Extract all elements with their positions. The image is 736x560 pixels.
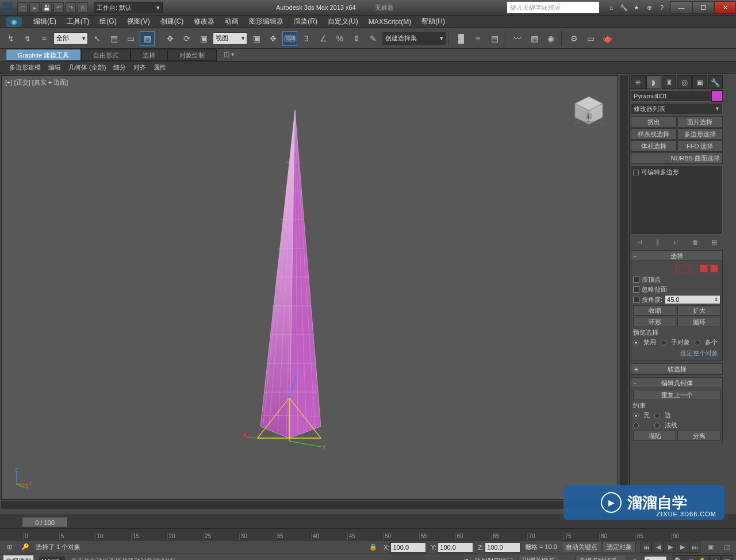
coord-x-input[interactable] xyxy=(390,542,426,553)
render-setup-icon[interactable]: ⚙ xyxy=(566,31,581,46)
search-input[interactable]: 键入关键字或短语 xyxy=(507,2,599,13)
globe-icon[interactable]: ⊕ xyxy=(644,2,654,13)
spline-select-button[interactable]: 样条线选择 xyxy=(631,128,677,140)
render-frame-icon[interactable]: ▭ xyxy=(583,31,598,46)
border-subobj-icon[interactable] xyxy=(689,264,697,273)
ring-button[interactable]: 环形 xyxy=(633,317,676,327)
open-icon[interactable]: ▸ xyxy=(29,2,40,13)
modifier-stack-item[interactable]: 可编辑多边形 xyxy=(633,168,720,177)
menu-edit[interactable]: 编辑(E) xyxy=(29,16,61,28)
tab-object-paint[interactable]: 对象绘制 xyxy=(167,49,217,61)
layers-icon[interactable]: ▤ xyxy=(487,31,502,46)
modifier-list-dropdown[interactable]: 修改器列表 xyxy=(631,103,723,114)
preview-subobj-radio[interactable] xyxy=(661,340,666,346)
vertex-subobj-icon[interactable] xyxy=(669,264,677,273)
panel-geometry-all[interactable]: 几何体 (全部) xyxy=(65,62,109,73)
viewport[interactable]: [+] [正交] [真实 + 边面] xyxy=(1,75,618,500)
collapse-button[interactable]: 塌陷 xyxy=(633,431,676,441)
angle-snap-icon[interactable]: ∠ xyxy=(316,31,331,46)
rollout-edit-geom-header[interactable]: -编辑几何体 xyxy=(631,378,722,388)
unlink-icon[interactable]: ↯ xyxy=(20,31,35,46)
loop-button[interactable]: 循环 xyxy=(677,317,720,327)
selection-filter-dropdown[interactable]: 全部 xyxy=(53,32,88,45)
preview-multi-radio[interactable] xyxy=(695,340,700,346)
schematic-icon[interactable]: ▦ xyxy=(527,31,542,46)
coord-z-input[interactable] xyxy=(485,542,520,553)
panel-edit[interactable]: 编辑 xyxy=(45,62,64,73)
lock-selection-icon[interactable]: 🔒 xyxy=(367,542,379,553)
save-icon[interactable]: 💾 xyxy=(41,2,52,13)
link-icon[interactable]: ⎙ xyxy=(78,2,88,13)
add-time-tag-label[interactable]: 添加时间标记 xyxy=(475,557,513,560)
zoom-all-icon[interactable]: ⊞ xyxy=(685,555,696,561)
menu-modifiers[interactable]: 修改器 xyxy=(189,16,219,28)
menu-group[interactable]: 组(G) xyxy=(95,16,121,28)
tab-graphite[interactable]: Graphite 建模工具 xyxy=(6,49,81,61)
remove-modifier-icon[interactable]: 🗑 xyxy=(687,236,704,248)
time-tag-icon[interactable]: ◔ xyxy=(463,557,469,560)
rotate-icon[interactable]: ⟳ xyxy=(179,31,194,46)
tab-freeform[interactable]: 自由形式 xyxy=(81,49,131,61)
move-icon[interactable]: ✥ xyxy=(163,31,178,46)
tab-motion-icon[interactable]: ◎ xyxy=(677,75,692,89)
key-icon[interactable]: 🔧 xyxy=(619,2,629,13)
percent-snap-icon[interactable]: % xyxy=(332,31,347,46)
nurbs-surf-select-button[interactable]: NURBS 曲面选择 xyxy=(631,152,723,164)
panel-subdivision[interactable]: 细分 xyxy=(110,62,129,73)
by-angle-checkbox[interactable] xyxy=(633,297,639,303)
viewcube-icon[interactable]: 前 xyxy=(572,93,606,128)
key-filters-button[interactable]: 关键点过滤器... xyxy=(575,555,626,560)
spinner-snap-icon[interactable]: ⇕ xyxy=(349,31,364,46)
orbit-icon[interactable]: ⭯ xyxy=(709,555,720,561)
star-icon[interactable]: ★ xyxy=(631,2,642,13)
tab-utilities-icon[interactable]: 🔧 xyxy=(708,75,723,89)
rollout-soft-header[interactable]: +软选择 xyxy=(631,364,722,374)
viewport-scrollbar-v[interactable] xyxy=(620,75,628,501)
filter-key-icon[interactable]: ⊞ xyxy=(3,542,15,553)
poly-select-button[interactable]: 多边形选择 xyxy=(677,128,723,140)
scale-icon[interactable]: ▣ xyxy=(196,31,211,46)
angle-spinner[interactable]: 45.0 xyxy=(665,295,720,304)
select-by-name-icon[interactable]: ▤ xyxy=(106,31,121,46)
panel-poly-modeling[interactable]: 多边形建模 xyxy=(6,62,44,73)
workspace-dropdown[interactable]: 工作台: 默认 xyxy=(94,2,163,13)
rect-region-icon[interactable]: ▭ xyxy=(123,31,138,46)
bind-icon[interactable]: ≈ xyxy=(37,31,52,46)
new-icon[interactable]: ▢ xyxy=(17,2,28,13)
edit-named-selection-icon[interactable]: ✎ xyxy=(366,31,381,46)
pan-icon[interactable]: ✋ xyxy=(697,555,708,561)
goto-end-icon[interactable]: ⏭ xyxy=(689,542,700,553)
redo-icon[interactable]: ↷ xyxy=(66,2,76,13)
link-target-icon[interactable]: ↯ xyxy=(3,31,18,46)
ffd-select-button[interactable]: FFD 选择 xyxy=(677,140,723,152)
tab-hierarchy-icon[interactable]: ♜ xyxy=(662,75,677,89)
keyboard-shortcut-icon[interactable]: ⌨ xyxy=(282,31,297,46)
grow-button[interactable]: 扩大 xyxy=(677,305,720,316)
extrude-button[interactable]: 挤出 xyxy=(631,116,677,128)
xref-icon[interactable]: ◫ xyxy=(721,542,733,553)
tab-selection[interactable]: 选择 xyxy=(131,49,167,61)
undo-icon[interactable]: ↶ xyxy=(53,2,64,13)
ignore-backface-checkbox[interactable] xyxy=(633,286,639,293)
constraint-edge-radio[interactable] xyxy=(654,413,660,419)
stack-expand-icon[interactable] xyxy=(633,170,639,175)
menu-animation[interactable]: 动画 xyxy=(220,16,243,28)
menu-customize[interactable]: 自定义(U) xyxy=(323,16,363,28)
time-slider-thumb[interactable]: 0 / 100 xyxy=(22,517,68,527)
selected-filter-button[interactable]: 选定对象 xyxy=(603,541,636,553)
menu-graph-editors[interactable]: 图形编辑器 xyxy=(244,16,288,28)
edge-subobj-icon[interactable] xyxy=(679,264,687,273)
repeat-last-button[interactable]: 重复上一个 xyxy=(633,390,720,400)
goto-start-icon[interactable]: ⏮ xyxy=(641,542,652,553)
object-name-input[interactable]: Pyramid001 xyxy=(631,90,711,102)
show-end-result-icon[interactable]: ∥ xyxy=(650,236,667,248)
menu-tools[interactable]: 工具(T) xyxy=(62,16,94,28)
constraint-normal-radio[interactable] xyxy=(654,423,660,428)
patch-select-button[interactable]: 面片选择 xyxy=(677,116,723,128)
menu-help[interactable]: 帮助(H) xyxy=(417,16,450,28)
rollout-selection-header[interactable]: -选择 xyxy=(631,251,722,261)
panel-properties[interactable]: 属性 xyxy=(150,62,170,73)
pivot-center-icon[interactable]: ▣ xyxy=(249,31,264,46)
coord-y-input[interactable] xyxy=(438,542,473,553)
auto-key-button[interactable]: 自动关键点 xyxy=(562,541,601,553)
